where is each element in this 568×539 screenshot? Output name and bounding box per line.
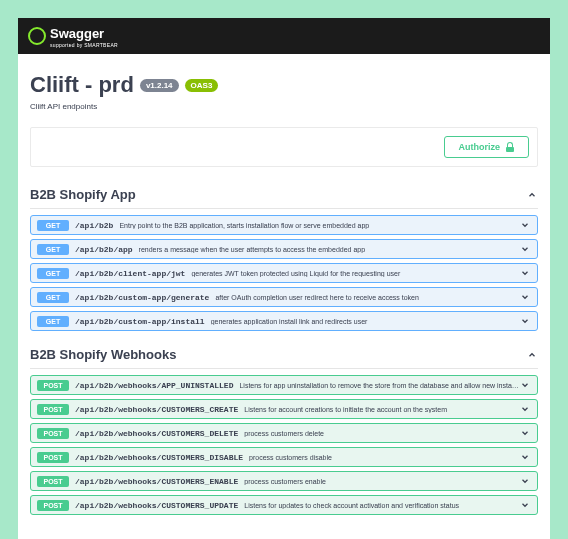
method-badge: POST (37, 428, 69, 439)
method-badge: POST (37, 452, 69, 463)
method-badge: POST (37, 380, 69, 391)
endpoint-list: GET /api/b2b Entry point to the B2B appl… (30, 215, 538, 331)
endpoint-summary: Listens for account creations to initiat… (244, 406, 519, 413)
auth-bar: Authorize (30, 127, 538, 167)
chevron-down-icon (519, 379, 531, 391)
chevron-up-icon (526, 349, 538, 361)
topbar: Swagger supported by SMARTBEAR (18, 18, 550, 54)
endpoint-list: POST /api/b2b/webhooks/APP_UNINSTALLED L… (30, 375, 538, 515)
endpoint-summary: process customers enable (244, 478, 519, 485)
section-header[interactable]: B2B Shopify Webhooks (30, 341, 538, 369)
endpoint-row[interactable]: GET /api/b2b/custom-app/install generate… (30, 311, 538, 331)
endpoint-summary: after OAuth completion user redirect her… (215, 294, 519, 301)
method-badge: GET (37, 316, 69, 327)
endpoint-path: /api/b2b/app (75, 245, 133, 254)
swagger-logo: Swagger supported by SMARTBEAR (28, 24, 118, 48)
endpoint-summary: Entry point to the B2B application, star… (119, 222, 519, 229)
endpoint-summary: process customers disable (249, 454, 519, 461)
endpoint-row[interactable]: POST /api/b2b/webhooks/APP_UNINSTALLED L… (30, 375, 538, 395)
chevron-down-icon (519, 403, 531, 415)
section-title: B2B Shopify App (30, 187, 136, 202)
method-badge: GET (37, 268, 69, 279)
method-badge: POST (37, 404, 69, 415)
method-badge: POST (37, 500, 69, 511)
endpoint-summary: generates application install link and r… (211, 318, 519, 325)
content: Cliift - prd v1.2.14 OAS3 Cliift API end… (18, 54, 550, 539)
method-badge: GET (37, 244, 69, 255)
endpoint-path: /api/b2b (75, 221, 113, 230)
endpoint-row[interactable]: GET /api/b2b/app renders a message when … (30, 239, 538, 259)
endpoint-path: /api/b2b/webhooks/APP_UNINSTALLED (75, 381, 233, 390)
endpoint-path: /api/b2b/webhooks/CUSTOMERS_UPDATE (75, 501, 238, 510)
api-header: Cliift - prd v1.2.14 OAS3 (30, 72, 538, 98)
authorize-label: Authorize (459, 142, 501, 152)
endpoint-path: /api/b2b/webhooks/CUSTOMERS_ENABLE (75, 477, 238, 486)
oas-badge: OAS3 (185, 79, 219, 92)
endpoint-path: /api/b2b/custom-app/generate (75, 293, 209, 302)
section-header[interactable]: B2B Shopify App (30, 181, 538, 209)
authorize-button[interactable]: Authorize (444, 136, 530, 158)
brand-name: Swagger (50, 26, 104, 41)
chevron-down-icon (519, 499, 531, 511)
chevron-down-icon (519, 451, 531, 463)
swagger-icon (28, 27, 46, 45)
endpoint-path: /api/b2b/webhooks/CUSTOMERS_DISABLE (75, 453, 243, 462)
endpoint-summary: Listens for updates to check account act… (244, 502, 519, 509)
chevron-down-icon (519, 219, 531, 231)
brand-subtitle: supported by SMARTBEAR (50, 42, 118, 48)
section-title: B2B Shopify Webhooks (30, 347, 176, 362)
endpoint-path: /api/b2b/custom-app/install (75, 317, 205, 326)
endpoint-summary: Listens for app uninstallation to remove… (239, 382, 519, 389)
endpoint-summary: generates JWT token protected using Liqu… (191, 270, 519, 277)
chevron-down-icon (519, 243, 531, 255)
chevron-up-icon (526, 189, 538, 201)
chevron-down-icon (519, 427, 531, 439)
swagger-ui-container: Swagger supported by SMARTBEAR Cliift - … (18, 18, 550, 539)
version-badge: v1.2.14 (140, 79, 179, 92)
method-badge: GET (37, 220, 69, 231)
api-title: Cliift - prd (30, 72, 134, 98)
lock-icon (506, 142, 514, 152)
endpoint-summary: process customers delete (244, 430, 519, 437)
endpoint-row[interactable]: POST /api/b2b/webhooks/CUSTOMERS_ENABLE … (30, 471, 538, 491)
endpoint-row[interactable]: POST /api/b2b/webhooks/CUSTOMERS_UPDATE … (30, 495, 538, 515)
endpoint-path: /api/b2b/webhooks/CUSTOMERS_CREATE (75, 405, 238, 414)
endpoint-summary: renders a message when the user attempts… (139, 246, 519, 253)
endpoint-row[interactable]: POST /api/b2b/webhooks/CUSTOMERS_DISABLE… (30, 447, 538, 467)
chevron-down-icon (519, 315, 531, 327)
chevron-down-icon (519, 267, 531, 279)
endpoint-path: /api/b2b/webhooks/CUSTOMERS_DELETE (75, 429, 238, 438)
method-badge: POST (37, 476, 69, 487)
endpoint-row[interactable]: GET /api/b2b Entry point to the B2B appl… (30, 215, 538, 235)
method-badge: GET (37, 292, 69, 303)
api-description: Cliift API endpoints (30, 102, 538, 111)
endpoint-row[interactable]: GET /api/b2b/client-app/jwt generates JW… (30, 263, 538, 283)
endpoint-row[interactable]: GET /api/b2b/custom-app/generate after O… (30, 287, 538, 307)
endpoint-row[interactable]: POST /api/b2b/webhooks/CUSTOMERS_CREATE … (30, 399, 538, 419)
endpoint-path: /api/b2b/client-app/jwt (75, 269, 185, 278)
chevron-down-icon (519, 291, 531, 303)
chevron-down-icon (519, 475, 531, 487)
endpoint-row[interactable]: POST /api/b2b/webhooks/CUSTOMERS_DELETE … (30, 423, 538, 443)
